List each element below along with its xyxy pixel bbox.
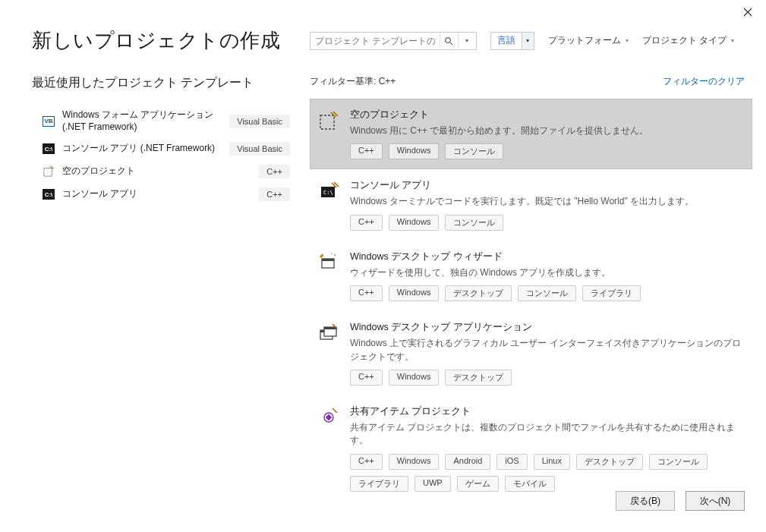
template-tag: Linux: [534, 454, 570, 470]
recent-template-title: コンソール アプリ (.NET Framework): [62, 143, 222, 155]
template-tag: Windows: [389, 143, 440, 159]
template-tag: C++: [350, 454, 383, 470]
desktop-wizard-icon: [318, 252, 339, 273]
template-tag: コンソール: [649, 454, 708, 470]
template-tag: C++: [350, 370, 383, 386]
shared-items-icon: [318, 407, 339, 428]
recent-template-item[interactable]: C:\コンソール アプリ (.NET Framework)Visual Basi…: [32, 137, 290, 160]
template-description: 共有アイテム プロジェクトは、複数のプロジェクト間でファイルを共有するために使用…: [350, 421, 744, 448]
svg-rect-12: [324, 327, 336, 329]
template-tag: C++: [350, 143, 383, 159]
recent-template-badge: Visual Basic: [229, 142, 290, 156]
template-description: Windows ターミナルでコードを実行します。既定では "Hello Worl…: [350, 195, 744, 208]
chevron-down-icon: ▾: [731, 37, 734, 44]
chevron-down-icon: ▾: [626, 37, 629, 44]
template-tag: モバイル: [505, 476, 555, 492]
template-item[interactable]: C:\コンソール アプリWindows ターミナルでコードを実行します。既定では…: [310, 169, 752, 240]
template-tag: コンソール: [518, 285, 576, 301]
template-tag: デスクトップ: [445, 370, 512, 386]
template-title: Windows デスクトップ ウィザード: [350, 250, 744, 263]
svg-rect-1: [44, 168, 52, 177]
template-tag: C++: [350, 215, 383, 231]
template-tag: UWP: [415, 476, 451, 492]
template-tag: コンソール: [445, 143, 503, 159]
template-tag: コンソール: [445, 215, 503, 231]
console-icon: C:\: [43, 189, 55, 200]
platform-dropdown[interactable]: プラットフォーム ▾: [548, 34, 629, 47]
search-box[interactable]: ▾: [310, 32, 477, 50]
recent-template-item[interactable]: 空のプロジェクトC++: [32, 160, 290, 183]
template-tag: Windows: [389, 215, 440, 231]
console-icon: C:\: [43, 143, 55, 154]
close-button[interactable]: [737, 5, 758, 20]
template-title: Windows デスクトップ アプリケーション: [350, 321, 744, 334]
recent-template-badge: Visual Basic: [229, 115, 290, 128]
back-button[interactable]: 戻る(B): [616, 491, 675, 511]
clear-filter-link[interactable]: フィルターのクリア: [663, 75, 745, 88]
templates-pane: フィルター基準: C++ フィルターのクリア 空のプロジェクトWindows 用…: [295, 75, 752, 502]
template-tag: Windows: [389, 370, 440, 386]
empty-project-icon: [43, 166, 55, 177]
svg-point-8: [331, 253, 333, 254]
template-tag: デスクトップ: [576, 454, 643, 470]
desktop-app-icon: [318, 323, 339, 344]
template-tag: デスクトップ: [445, 285, 512, 301]
recent-template-title: Windows フォーム アプリケーション (.NET Framework): [62, 109, 222, 133]
page-title: 新しいプロジェクトの作成: [32, 27, 280, 54]
template-tag: Android: [445, 454, 490, 470]
search-dropdown-icon[interactable]: ▾: [458, 33, 476, 49]
svg-rect-2: [320, 115, 334, 129]
search-icon[interactable]: [440, 33, 458, 49]
template-tag: iOS: [496, 454, 527, 470]
template-tag: C++: [350, 285, 383, 301]
vb-icon: VB: [43, 116, 55, 127]
console-icon: C:\: [318, 181, 339, 202]
recent-template-badge: C++: [259, 187, 290, 201]
empty-project-icon: [318, 110, 339, 131]
language-label: 言語: [491, 34, 522, 47]
recent-template-badge: C++: [259, 165, 290, 178]
template-tag: ゲーム: [457, 476, 499, 492]
project-type-label: プロジェクト タイプ: [642, 34, 727, 47]
project-type-dropdown[interactable]: プロジェクト タイプ ▾: [642, 34, 734, 47]
template-item[interactable]: Windows デスクトップ ウィザードウィザードを使用して、独自の Windo…: [310, 241, 752, 311]
template-item[interactable]: Windows デスクトップ アプリケーションWindows 上で実行されるグラ…: [310, 311, 752, 395]
template-description: Windows 用に C++ で最初から始めます。開始ファイルを提供しません。: [350, 124, 744, 137]
svg-text:C:\: C:\: [323, 190, 333, 196]
template-tag: ライブラリ: [582, 285, 641, 301]
chevron-down-icon[interactable]: ▾: [522, 33, 534, 49]
svg-rect-14: [326, 414, 332, 420]
filter-label: フィルター基準: C++: [310, 75, 396, 88]
template-tag: ライブラリ: [350, 476, 408, 492]
svg-point-0: [446, 37, 451, 42]
language-dropdown[interactable]: 言語 ▾: [490, 32, 534, 50]
template-title: 共有アイテム プロジェクト: [350, 405, 744, 418]
template-description: ウィザードを使用して、独自の Windows アプリを作成します。: [350, 266, 744, 279]
recent-template-title: コンソール アプリ: [62, 188, 251, 200]
template-title: 空のプロジェクト: [350, 109, 744, 121]
template-title: コンソール アプリ: [350, 179, 744, 192]
recent-heading: 最近使用したプロジェクト テンプレート: [32, 75, 290, 91]
recent-template-item[interactable]: VBWindows フォーム アプリケーション (.NET Framework)…: [32, 105, 290, 137]
recent-template-item[interactable]: C:\コンソール アプリC++: [32, 183, 290, 206]
template-tag: Windows: [389, 454, 440, 470]
template-item[interactable]: 共有アイテム プロジェクト共有アイテム プロジェクトは、複数のプロジェクト間でフ…: [310, 395, 752, 502]
platform-label: プラットフォーム: [548, 34, 621, 47]
template-tag: Windows: [389, 285, 440, 301]
template-item[interactable]: 空のプロジェクトWindows 用に C++ で最初から始めます。開始ファイルを…: [310, 99, 752, 169]
recent-templates-pane: 最近使用したプロジェクト テンプレート VBWindows フォーム アプリケー…: [32, 75, 290, 502]
search-input[interactable]: [310, 33, 440, 49]
svg-rect-6: [322, 259, 334, 261]
recent-template-title: 空のプロジェクト: [62, 165, 251, 178]
svg-point-7: [334, 254, 336, 256]
next-button[interactable]: 次へ(N): [686, 491, 745, 511]
template-description: Windows 上で実行されるグラフィカル ユーザー インターフェイス付きアプリ…: [350, 337, 744, 364]
